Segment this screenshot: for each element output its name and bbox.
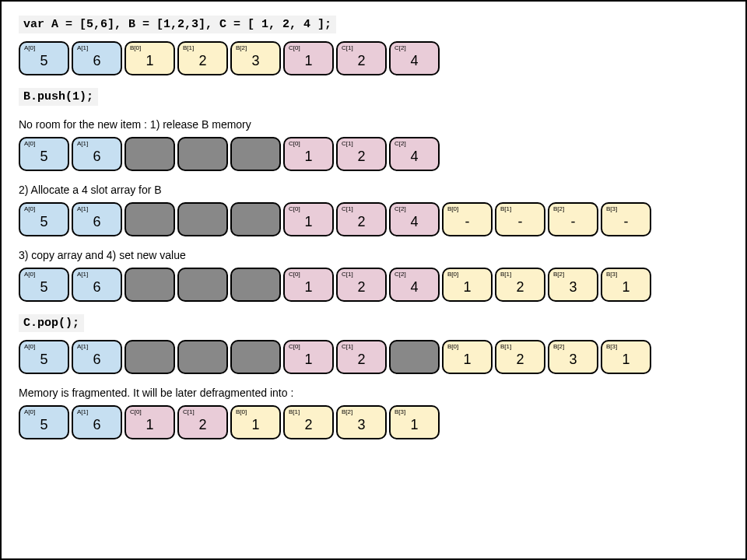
memory-cell: A[0]5 xyxy=(19,268,69,302)
memory-cell: B[3]1 xyxy=(389,405,440,439)
cell-value: 2 xyxy=(198,417,206,433)
caption-copy: 3) copy array and 4) set new value xyxy=(19,249,728,261)
memory-cell: B[0]1 xyxy=(442,340,493,374)
memory-cell xyxy=(230,268,281,302)
cell-index-label: A[0] xyxy=(24,140,35,147)
memory-cell: B[1]- xyxy=(495,202,545,236)
cell-index-label: B[2] xyxy=(553,343,564,350)
memory-row-released: A[0]5A[1]6C[0]1C[1]2C[2]4 xyxy=(19,137,728,171)
cell-index-label: C[1] xyxy=(342,44,353,51)
memory-cell: B[1]2 xyxy=(495,268,545,302)
cell-value: 6 xyxy=(93,53,100,69)
memory-cell: B[2]3 xyxy=(230,41,281,75)
memory-row-copied: A[0]5A[1]6C[0]1C[1]2C[2]4B[0]1B[1]2B[2]3… xyxy=(19,268,728,302)
cell-value: 4 xyxy=(410,279,418,296)
cell-value: 4 xyxy=(410,149,418,165)
cell-index-label: B[0] xyxy=(447,205,458,212)
cell-index-label: A[1] xyxy=(77,343,88,350)
cell-index-label: B[2] xyxy=(236,44,247,51)
memory-cell: A[1]6 xyxy=(72,137,122,171)
cell-index-label: C[1] xyxy=(342,140,353,147)
memory-cell: A[0]5 xyxy=(19,202,69,236)
cell-value: 5 xyxy=(40,149,47,165)
memory-cell: C[0]1 xyxy=(283,268,334,302)
cell-index-label: B[0] xyxy=(447,343,458,350)
cell-index-label: C[1] xyxy=(342,205,353,212)
cell-index-label: C[0] xyxy=(289,44,300,51)
cell-index-label: A[1] xyxy=(77,44,88,51)
memory-row-allocated: A[0]5A[1]6C[0]1C[1]2C[2]4B[0]-B[1]-B[2]-… xyxy=(19,202,728,236)
cell-value: 1 xyxy=(463,279,471,296)
cell-value: 1 xyxy=(304,149,312,165)
cell-index-label: B[3] xyxy=(606,271,617,278)
memory-row-initial: A[0]5A[1]6B[0]1B[1]2B[2]3C[0]1C[1]2C[2]4 xyxy=(19,41,728,75)
cell-index-label: C[0] xyxy=(289,343,300,350)
memory-cell xyxy=(177,268,228,302)
memory-cell: C[2]4 xyxy=(389,137,440,171)
cell-index-label: C[1] xyxy=(342,343,353,350)
caption-defrag: Memory is fragmented. It will be later d… xyxy=(19,387,728,399)
cell-value: 5 xyxy=(40,279,47,296)
cell-value: 2 xyxy=(357,279,365,296)
cell-value: 6 xyxy=(93,149,100,165)
cell-index-label: C[0] xyxy=(289,140,300,147)
cell-value: 3 xyxy=(357,417,365,433)
cell-value: 2 xyxy=(357,53,365,69)
memory-cell: C[1]2 xyxy=(177,405,228,439)
memory-cell: C[1]2 xyxy=(336,137,387,171)
cell-index-label: B[1] xyxy=(289,408,300,415)
memory-cell: B[3]1 xyxy=(601,268,651,302)
memory-cell xyxy=(124,340,175,374)
memory-cell xyxy=(230,202,281,236)
cell-index-label: B[3] xyxy=(606,343,617,350)
cell-index-label: B[0] xyxy=(130,44,141,51)
cell-index-label: C[1] xyxy=(183,408,195,415)
memory-cell xyxy=(124,202,175,236)
memory-cell: A[1]6 xyxy=(72,202,122,236)
cell-index-label: A[0] xyxy=(24,271,35,278)
memory-cell xyxy=(177,340,228,374)
cell-index-label: A[0] xyxy=(24,44,35,51)
memory-cell: B[2]- xyxy=(548,202,598,236)
cell-value: 3 xyxy=(251,53,259,69)
memory-cell: C[0]1 xyxy=(283,202,334,236)
memory-row-popped: A[0]5A[1]6C[0]1C[1]2B[0]1B[1]2B[2]3B[3]1 xyxy=(19,340,728,374)
cell-index-label: C[2] xyxy=(395,140,406,147)
cell-index-label: A[0] xyxy=(24,343,35,350)
cell-value: 5 xyxy=(40,417,47,433)
memory-cell: C[2]4 xyxy=(389,202,440,236)
cell-index-label: B[3] xyxy=(395,408,405,415)
cell-index-label: C[1] xyxy=(342,271,353,278)
cell-value: 2 xyxy=(516,279,524,296)
memory-cell xyxy=(177,202,228,236)
code-pop: C.pop(); xyxy=(19,314,84,332)
cell-value: - xyxy=(624,214,629,230)
cell-index-label: A[1] xyxy=(77,408,88,415)
cell-value: 1 xyxy=(251,417,259,433)
memory-cell xyxy=(124,268,175,302)
cell-value: 2 xyxy=(357,214,365,230)
cell-index-label: B[1] xyxy=(183,44,194,51)
cell-value: 2 xyxy=(516,352,524,368)
memory-cell: B[3]- xyxy=(601,202,651,236)
memory-cell: B[1]2 xyxy=(495,340,545,374)
cell-index-label: C[0] xyxy=(289,271,300,278)
memory-cell: A[0]5 xyxy=(19,137,69,171)
cell-index-label: B[3] xyxy=(606,205,617,212)
cell-value: 1 xyxy=(304,53,312,69)
cell-value: 6 xyxy=(93,279,100,296)
cell-index-label: B[0] xyxy=(447,271,458,278)
memory-cell: A[0]5 xyxy=(19,41,69,75)
memory-cell: A[1]6 xyxy=(72,405,122,439)
cell-value: 1 xyxy=(146,417,153,433)
code-declaration: var A = [5,6], B = [1,2,3], C = [ 1, 2, … xyxy=(19,16,336,33)
memory-cell: B[2]3 xyxy=(336,405,387,439)
cell-index-label: B[1] xyxy=(500,205,511,212)
cell-index-label: C[2] xyxy=(395,44,406,51)
cell-value: 4 xyxy=(410,214,418,230)
cell-value: 5 xyxy=(40,214,47,230)
cell-value: 1 xyxy=(304,352,312,368)
cell-index-label: C[2] xyxy=(395,271,406,278)
cell-index-label: B[2] xyxy=(553,271,564,278)
cell-index-label: A[1] xyxy=(77,205,88,212)
